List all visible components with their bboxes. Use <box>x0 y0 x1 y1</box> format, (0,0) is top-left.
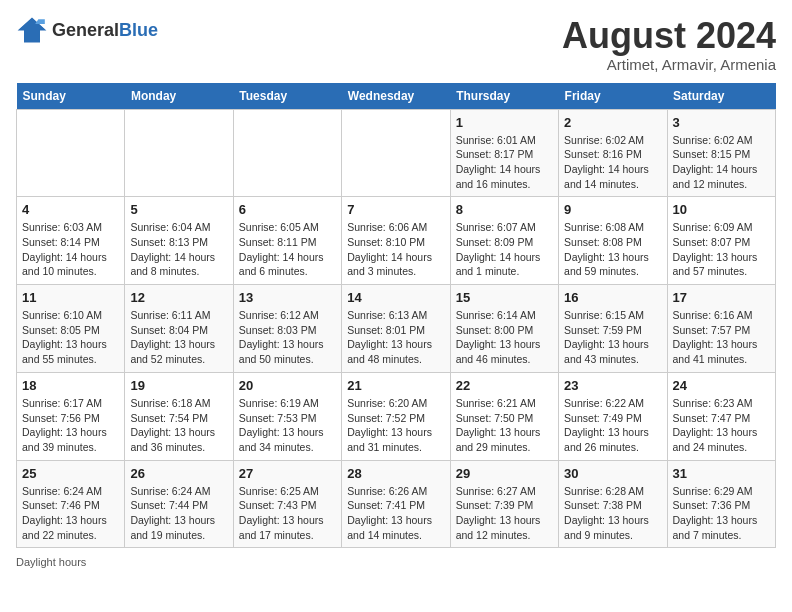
day-number: 22 <box>456 378 553 393</box>
day-cell: 20Sunrise: 6:19 AM Sunset: 7:53 PM Dayli… <box>233 372 341 460</box>
day-cell: 31Sunrise: 6:29 AM Sunset: 7:36 PM Dayli… <box>667 460 775 548</box>
day-cell: 22Sunrise: 6:21 AM Sunset: 7:50 PM Dayli… <box>450 372 558 460</box>
day-number: 28 <box>347 466 444 481</box>
day-info: Sunrise: 6:11 AM Sunset: 8:04 PM Dayligh… <box>130 308 227 367</box>
calendar-header-row: SundayMondayTuesdayWednesdayThursdayFrid… <box>17 83 776 110</box>
day-number: 20 <box>239 378 336 393</box>
day-number: 31 <box>673 466 770 481</box>
day-info: Sunrise: 6:29 AM Sunset: 7:36 PM Dayligh… <box>673 484 770 543</box>
day-cell: 9Sunrise: 6:08 AM Sunset: 8:08 PM Daylig… <box>559 197 667 285</box>
footer: Daylight hours <box>16 556 776 568</box>
logo-text: General Blue <box>52 20 158 41</box>
day-cell: 24Sunrise: 6:23 AM Sunset: 7:47 PM Dayli… <box>667 372 775 460</box>
day-info: Sunrise: 6:20 AM Sunset: 7:52 PM Dayligh… <box>347 396 444 455</box>
day-info: Sunrise: 6:25 AM Sunset: 7:43 PM Dayligh… <box>239 484 336 543</box>
main-title: August 2024 <box>562 16 776 56</box>
day-cell: 18Sunrise: 6:17 AM Sunset: 7:56 PM Dayli… <box>17 372 125 460</box>
day-cell: 15Sunrise: 6:14 AM Sunset: 8:00 PM Dayli… <box>450 285 558 373</box>
day-number: 19 <box>130 378 227 393</box>
day-cell: 25Sunrise: 6:24 AM Sunset: 7:46 PM Dayli… <box>17 460 125 548</box>
day-info: Sunrise: 6:06 AM Sunset: 8:10 PM Dayligh… <box>347 220 444 279</box>
footer-text: Daylight hours <box>16 556 86 568</box>
day-number: 10 <box>673 202 770 217</box>
day-number: 23 <box>564 378 661 393</box>
week-row-3: 18Sunrise: 6:17 AM Sunset: 7:56 PM Dayli… <box>17 372 776 460</box>
header-wednesday: Wednesday <box>342 83 450 110</box>
page-header: General Blue August 2024 Artimet, Armavi… <box>16 16 776 73</box>
day-info: Sunrise: 6:04 AM Sunset: 8:13 PM Dayligh… <box>130 220 227 279</box>
day-cell: 21Sunrise: 6:20 AM Sunset: 7:52 PM Dayli… <box>342 372 450 460</box>
day-number: 12 <box>130 290 227 305</box>
calendar-table: SundayMondayTuesdayWednesdayThursdayFrid… <box>16 83 776 549</box>
day-info: Sunrise: 6:07 AM Sunset: 8:09 PM Dayligh… <box>456 220 553 279</box>
day-info: Sunrise: 6:24 AM Sunset: 7:46 PM Dayligh… <box>22 484 119 543</box>
day-cell: 29Sunrise: 6:27 AM Sunset: 7:39 PM Dayli… <box>450 460 558 548</box>
day-info: Sunrise: 6:27 AM Sunset: 7:39 PM Dayligh… <box>456 484 553 543</box>
day-info: Sunrise: 6:17 AM Sunset: 7:56 PM Dayligh… <box>22 396 119 455</box>
day-info: Sunrise: 6:02 AM Sunset: 8:15 PM Dayligh… <box>673 133 770 192</box>
day-cell: 23Sunrise: 6:22 AM Sunset: 7:49 PM Dayli… <box>559 372 667 460</box>
day-number: 16 <box>564 290 661 305</box>
day-info: Sunrise: 6:03 AM Sunset: 8:14 PM Dayligh… <box>22 220 119 279</box>
day-cell <box>233 109 341 197</box>
day-cell: 12Sunrise: 6:11 AM Sunset: 8:04 PM Dayli… <box>125 285 233 373</box>
day-number: 9 <box>564 202 661 217</box>
day-cell: 28Sunrise: 6:26 AM Sunset: 7:41 PM Dayli… <box>342 460 450 548</box>
day-info: Sunrise: 6:01 AM Sunset: 8:17 PM Dayligh… <box>456 133 553 192</box>
week-row-4: 25Sunrise: 6:24 AM Sunset: 7:46 PM Dayli… <box>17 460 776 548</box>
day-number: 29 <box>456 466 553 481</box>
logo-icon <box>16 16 48 44</box>
day-cell: 5Sunrise: 6:04 AM Sunset: 8:13 PM Daylig… <box>125 197 233 285</box>
day-info: Sunrise: 6:10 AM Sunset: 8:05 PM Dayligh… <box>22 308 119 367</box>
day-info: Sunrise: 6:24 AM Sunset: 7:44 PM Dayligh… <box>130 484 227 543</box>
title-block: August 2024 Artimet, Armavir, Armenia <box>562 16 776 73</box>
logo-general: General <box>52 20 119 41</box>
day-number: 27 <box>239 466 336 481</box>
day-cell: 10Sunrise: 6:09 AM Sunset: 8:07 PM Dayli… <box>667 197 775 285</box>
day-cell <box>342 109 450 197</box>
header-friday: Friday <box>559 83 667 110</box>
day-number: 17 <box>673 290 770 305</box>
day-cell <box>125 109 233 197</box>
day-number: 24 <box>673 378 770 393</box>
header-sunday: Sunday <box>17 83 125 110</box>
day-number: 14 <box>347 290 444 305</box>
day-cell: 8Sunrise: 6:07 AM Sunset: 8:09 PM Daylig… <box>450 197 558 285</box>
day-cell: 3Sunrise: 6:02 AM Sunset: 8:15 PM Daylig… <box>667 109 775 197</box>
day-cell: 2Sunrise: 6:02 AM Sunset: 8:16 PM Daylig… <box>559 109 667 197</box>
header-saturday: Saturday <box>667 83 775 110</box>
day-info: Sunrise: 6:13 AM Sunset: 8:01 PM Dayligh… <box>347 308 444 367</box>
day-cell: 11Sunrise: 6:10 AM Sunset: 8:05 PM Dayli… <box>17 285 125 373</box>
day-number: 3 <box>673 115 770 130</box>
day-number: 2 <box>564 115 661 130</box>
day-info: Sunrise: 6:19 AM Sunset: 7:53 PM Dayligh… <box>239 396 336 455</box>
day-number: 11 <box>22 290 119 305</box>
week-row-1: 4Sunrise: 6:03 AM Sunset: 8:14 PM Daylig… <box>17 197 776 285</box>
day-cell: 6Sunrise: 6:05 AM Sunset: 8:11 PM Daylig… <box>233 197 341 285</box>
day-info: Sunrise: 6:09 AM Sunset: 8:07 PM Dayligh… <box>673 220 770 279</box>
day-number: 4 <box>22 202 119 217</box>
day-cell: 1Sunrise: 6:01 AM Sunset: 8:17 PM Daylig… <box>450 109 558 197</box>
day-info: Sunrise: 6:12 AM Sunset: 8:03 PM Dayligh… <box>239 308 336 367</box>
day-number: 26 <box>130 466 227 481</box>
day-number: 6 <box>239 202 336 217</box>
day-number: 1 <box>456 115 553 130</box>
day-cell: 26Sunrise: 6:24 AM Sunset: 7:44 PM Dayli… <box>125 460 233 548</box>
day-cell: 7Sunrise: 6:06 AM Sunset: 8:10 PM Daylig… <box>342 197 450 285</box>
day-info: Sunrise: 6:21 AM Sunset: 7:50 PM Dayligh… <box>456 396 553 455</box>
day-info: Sunrise: 6:23 AM Sunset: 7:47 PM Dayligh… <box>673 396 770 455</box>
day-cell: 14Sunrise: 6:13 AM Sunset: 8:01 PM Dayli… <box>342 285 450 373</box>
day-info: Sunrise: 6:05 AM Sunset: 8:11 PM Dayligh… <box>239 220 336 279</box>
week-row-2: 11Sunrise: 6:10 AM Sunset: 8:05 PM Dayli… <box>17 285 776 373</box>
day-cell: 27Sunrise: 6:25 AM Sunset: 7:43 PM Dayli… <box>233 460 341 548</box>
day-info: Sunrise: 6:15 AM Sunset: 7:59 PM Dayligh… <box>564 308 661 367</box>
day-number: 8 <box>456 202 553 217</box>
day-cell: 16Sunrise: 6:15 AM Sunset: 7:59 PM Dayli… <box>559 285 667 373</box>
day-cell: 13Sunrise: 6:12 AM Sunset: 8:03 PM Dayli… <box>233 285 341 373</box>
logo-blue: Blue <box>119 20 158 41</box>
day-info: Sunrise: 6:28 AM Sunset: 7:38 PM Dayligh… <box>564 484 661 543</box>
day-number: 5 <box>130 202 227 217</box>
day-info: Sunrise: 6:26 AM Sunset: 7:41 PM Dayligh… <box>347 484 444 543</box>
day-number: 25 <box>22 466 119 481</box>
day-info: Sunrise: 6:18 AM Sunset: 7:54 PM Dayligh… <box>130 396 227 455</box>
